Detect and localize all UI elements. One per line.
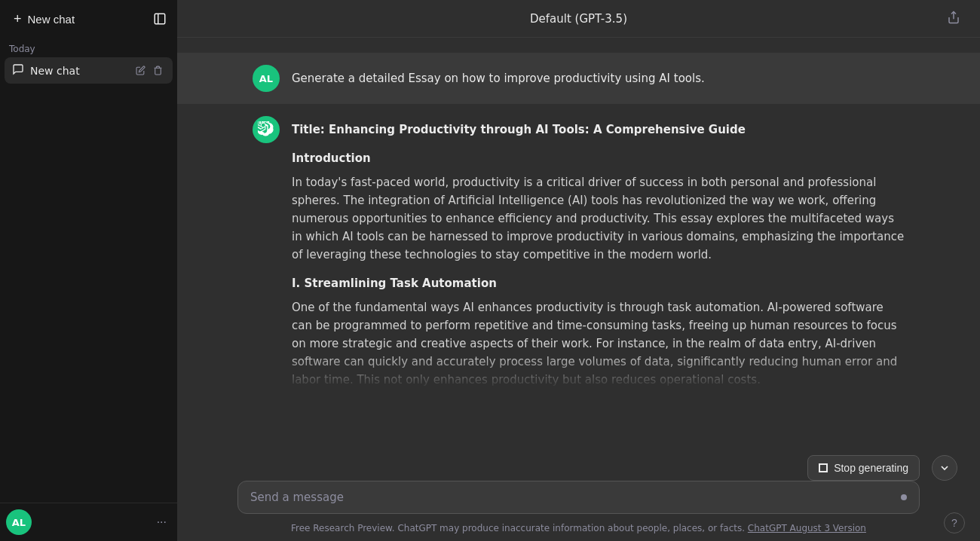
footer-menu-button[interactable]: ··· bbox=[152, 511, 171, 533]
user-message: AL Generate a detailed Essay on how to i… bbox=[177, 53, 980, 104]
stop-generating-button[interactable]: Stop generating bbox=[807, 455, 920, 481]
stop-generating-label: Stop generating bbox=[834, 462, 908, 474]
disclaimer: Free Research Preview. ChatGPT may produ… bbox=[177, 518, 980, 541]
chat-item-content: New chat bbox=[12, 63, 133, 78]
essay-title: Title: Enhancing Productivity through AI… bbox=[292, 121, 905, 139]
assistant-message: Title: Enhancing Productivity through AI… bbox=[177, 104, 980, 410]
new-chat-label: New chat bbox=[28, 13, 75, 26]
main-content: Default (GPT-3.5) AL Generate a detailed… bbox=[177, 0, 980, 541]
ellipsis-icon: ··· bbox=[157, 515, 167, 528]
edit-chat-button[interactable] bbox=[133, 63, 148, 78]
edit-icon bbox=[136, 66, 145, 75]
scroll-down-button[interactable] bbox=[932, 455, 957, 481]
chat-item-actions bbox=[133, 63, 165, 78]
sidebar: + New chat Today New chat bbox=[0, 0, 177, 541]
message-input[interactable] bbox=[250, 491, 895, 504]
user-message-text: Generate a detailed Essay on how to impr… bbox=[292, 72, 705, 85]
send-dot-icon bbox=[901, 494, 907, 500]
chevron-down-icon bbox=[939, 462, 951, 474]
intro-heading: Introduction bbox=[292, 149, 905, 167]
share-button[interactable] bbox=[942, 6, 965, 32]
plus-icon: + bbox=[14, 11, 22, 27]
today-label: Today bbox=[0, 38, 177, 57]
trash-icon bbox=[153, 66, 163, 75]
chat-list: New chat bbox=[0, 57, 177, 503]
sidebar-footer: AL ··· bbox=[0, 503, 177, 541]
openai-icon bbox=[258, 121, 274, 138]
share-icon bbox=[947, 11, 960, 24]
stop-square-icon bbox=[819, 463, 828, 472]
help-button[interactable]: ? bbox=[944, 512, 965, 533]
help-icon: ? bbox=[951, 517, 957, 529]
section1-heading: I. Streamlining Task Automation bbox=[292, 274, 905, 292]
sidebar-toggle-icon bbox=[153, 12, 167, 26]
messages-container: AL Generate a detailed Essay on how to i… bbox=[177, 38, 980, 472]
section1-paragraph: One of the fundamental ways AI enhances … bbox=[292, 298, 905, 389]
model-name: Default (GPT-3.5) bbox=[215, 12, 942, 26]
new-chat-button[interactable]: + New chat bbox=[6, 7, 149, 32]
intro-paragraph: In today's fast-paced world, productivit… bbox=[292, 173, 905, 264]
ai-avatar-msg bbox=[253, 116, 280, 143]
stop-generating-container: Stop generating bbox=[807, 455, 920, 481]
disclaimer-link[interactable]: ChatGPT August 3 Version bbox=[748, 523, 866, 533]
input-box bbox=[237, 481, 920, 514]
delete-chat-button[interactable] bbox=[151, 63, 165, 78]
main-header: Default (GPT-3.5) bbox=[177, 0, 980, 38]
chat-item-title: New chat bbox=[30, 65, 80, 77]
chat-bubble-icon bbox=[12, 63, 24, 78]
user-avatar[interactable]: AL bbox=[6, 509, 32, 535]
svg-rect-0 bbox=[155, 14, 165, 24]
chat-item[interactable]: New chat bbox=[5, 57, 173, 84]
assistant-message-body: Title: Enhancing Productivity through AI… bbox=[292, 116, 905, 398]
sidebar-header: + New chat bbox=[0, 0, 177, 38]
user-avatar-msg: AL bbox=[253, 65, 280, 92]
disclaimer-text: Free Research Preview. ChatGPT may produ… bbox=[291, 523, 745, 533]
user-message-body: Generate a detailed Essay on how to impr… bbox=[292, 65, 905, 92]
sidebar-toggle-button[interactable] bbox=[149, 8, 171, 30]
